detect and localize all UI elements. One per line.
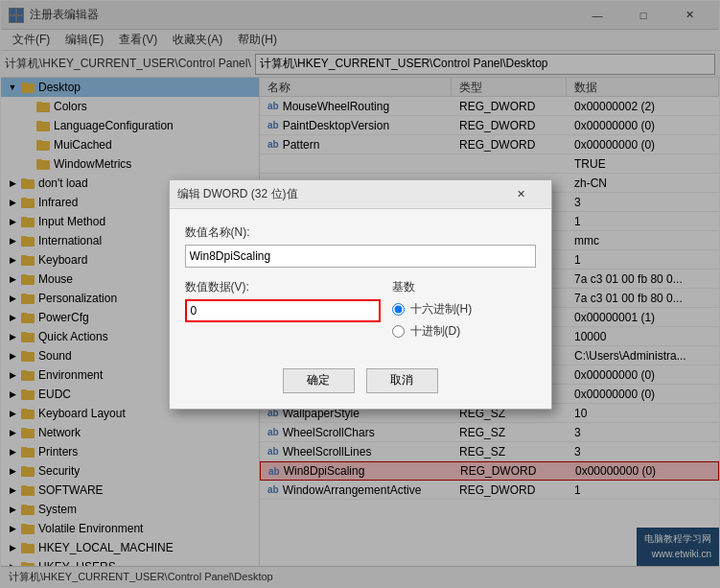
radio-hex[interactable] (392, 303, 405, 316)
radio-dec-option[interactable]: 十进制(D) (392, 323, 536, 340)
dialog-row: 数值数据(V): 基数 十六进制(H) 十进制(D) (185, 279, 536, 345)
dialog-value-label: 数值数据(V): (185, 279, 381, 295)
dialog-title-text: 编辑 DWORD (32 位)值 (177, 186, 499, 202)
radio-hex-option[interactable]: 十六进制(H) (392, 301, 536, 318)
dialog-buttons: 确定 取消 (170, 361, 551, 409)
dialog-base-section: 基数 十六进制(H) 十进制(D) (392, 279, 536, 345)
radio-dec-label: 十进制(D) (410, 323, 461, 340)
main-window: 注册表编辑器 — □ ✕ 文件(F) 编辑(E) 查看(V) 收藏夹(A) 帮助… (0, 0, 720, 588)
dialog-name-label: 数值名称(N): (185, 224, 536, 241)
dialog-base-label: 基数 (392, 279, 536, 295)
dialog-value-input[interactable] (185, 299, 381, 322)
dialog-cancel-button[interactable]: 取消 (366, 368, 438, 393)
dialog-ok-button[interactable]: 确定 (283, 368, 355, 393)
dialog-value-section: 数值数据(V): (185, 279, 381, 322)
dialog-body: 数值名称(N): 数值数据(V): 基数 十六进制(H) (170, 209, 551, 361)
dialog-name-input[interactable] (185, 245, 536, 268)
dialog-close-button[interactable]: ✕ (499, 179, 544, 208)
radio-hex-label: 十六进制(H) (410, 301, 473, 318)
dialog-edit-dword: 编辑 DWORD (32 位)值 ✕ 数值名称(N): 数值数据(V): 基数 (169, 179, 552, 410)
dialog-overlay: 编辑 DWORD (32 位)值 ✕ 数值名称(N): 数值数据(V): 基数 (1, 1, 719, 587)
radio-dec[interactable] (392, 325, 405, 338)
dialog-title-bar: 编辑 DWORD (32 位)值 ✕ (170, 180, 551, 209)
